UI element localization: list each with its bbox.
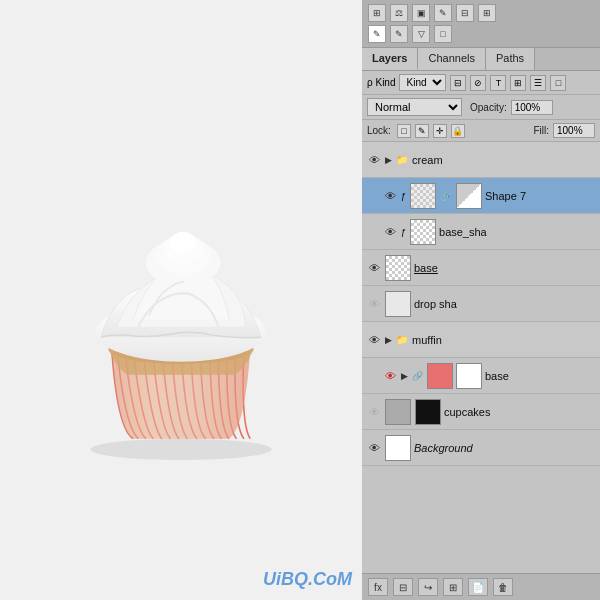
eye-shape7[interactable]: 👁 bbox=[382, 189, 398, 203]
bottom-delete-button[interactable]: 🗑 bbox=[493, 578, 513, 596]
bottom-adjust-button[interactable]: ↪ bbox=[418, 578, 438, 596]
svg-point-0 bbox=[90, 439, 271, 460]
fill-label: Fill: bbox=[533, 125, 549, 136]
folder-muffin-group: 📁 bbox=[396, 334, 408, 345]
eye-muffin-group[interactable]: 👁 bbox=[366, 333, 382, 347]
layer-name-base-sha: base_sha bbox=[439, 226, 596, 238]
tool-icon-pen[interactable]: ✎ bbox=[368, 25, 386, 43]
layer-name-background: Background bbox=[414, 442, 596, 454]
tool-icon-minus-circle[interactable]: ⊟ bbox=[456, 4, 474, 22]
tab-bar: Layers Channels Paths bbox=[362, 48, 600, 71]
tab-channels[interactable]: Channels bbox=[418, 48, 485, 70]
eye-base[interactable]: 👁 bbox=[366, 261, 382, 275]
layers-list: 👁 ▶ 📁 cream 👁 ƒ 🔗 Shape 7 👁 ƒ base_sha bbox=[362, 142, 600, 573]
bottom-group-button[interactable]: ⊞ bbox=[443, 578, 463, 596]
tool-icon-grid2[interactable]: ⊞ bbox=[478, 4, 496, 22]
tool-icon-square[interactable]: ▣ bbox=[412, 4, 430, 22]
arrow-cream-group: ▶ bbox=[385, 155, 392, 165]
layer-base-sha[interactable]: 👁 ƒ base_sha bbox=[362, 214, 600, 250]
filter-icon-menu[interactable]: ☰ bbox=[530, 75, 546, 91]
layer-muffin-group[interactable]: 👁 ▶ 📁 muffin bbox=[362, 322, 600, 358]
thumb-background bbox=[385, 435, 411, 461]
link-shape7: ƒ bbox=[401, 191, 406, 201]
layer-base2[interactable]: 👁 ▶ 🔗 base bbox=[362, 358, 600, 394]
folder-cream-group: 📁 bbox=[396, 154, 408, 165]
tool-icon-pencil[interactable]: ✎ bbox=[434, 4, 452, 22]
layer-drop-sha[interactable]: 👁 drop sha bbox=[362, 286, 600, 322]
thumb1-shape7 bbox=[410, 183, 436, 209]
layer-name-base2: base bbox=[485, 370, 596, 382]
tool-icon-grid[interactable]: ⊞ bbox=[368, 4, 386, 22]
layer-name-cupcakes: cupcakes bbox=[444, 406, 596, 418]
layer-name-muffin-group: muffin bbox=[412, 334, 596, 346]
layer-name-shape7: Shape 7 bbox=[485, 190, 596, 202]
thumb1-cupcakes bbox=[385, 399, 411, 425]
layer-background[interactable]: 👁 Background bbox=[362, 430, 600, 466]
bottom-new-layer-button[interactable]: 📄 bbox=[468, 578, 488, 596]
toolbar-row-1: ⊞ ⚖ ▣ ✎ ⊟ ⊞ bbox=[368, 4, 594, 22]
thumb2-shape7 bbox=[456, 183, 482, 209]
eye-background[interactable]: 👁 bbox=[366, 441, 382, 455]
layer-name-base: base bbox=[414, 262, 596, 274]
lock-label: Lock: bbox=[367, 125, 391, 136]
layer-name-drop-sha: drop sha bbox=[414, 298, 596, 310]
eye-base2[interactable]: 👁 bbox=[382, 369, 398, 383]
thumb1-base2 bbox=[427, 363, 453, 389]
toolbar-row-2: ✎ ✎ ▽ □ bbox=[368, 25, 594, 43]
filter-label: ρ Kind bbox=[367, 77, 395, 88]
arrow-muffin-group: ▶ bbox=[385, 335, 392, 345]
lock-icon-transparent[interactable]: □ bbox=[397, 124, 411, 138]
thumb2-base2 bbox=[456, 363, 482, 389]
bottom-fx-button[interactable]: fx bbox=[368, 578, 388, 596]
eye-base-sha[interactable]: 👁 bbox=[382, 225, 398, 239]
thumb-drop-sha bbox=[385, 291, 411, 317]
top-toolbar: ⊞ ⚖ ▣ ✎ ⊟ ⊞ ✎ ✎ ▽ □ bbox=[362, 0, 600, 48]
bottom-toolbar: fx ⊟ ↪ ⊞ 📄 🗑 bbox=[362, 573, 600, 600]
eye-drop-sha[interactable]: 👁 bbox=[366, 297, 382, 311]
filter-icon-square[interactable]: □ bbox=[550, 75, 566, 91]
layer-cream-group[interactable]: 👁 ▶ 📁 cream bbox=[362, 142, 600, 178]
filter-row: ρ Kind Kind ⊟ ⊘ T ⊞ ☰ □ bbox=[362, 71, 600, 95]
tool-icon-balance[interactable]: ⚖ bbox=[390, 4, 408, 22]
filter-icon-circle[interactable]: ⊘ bbox=[470, 75, 486, 91]
right-panel: ⊞ ⚖ ▣ ✎ ⊟ ⊞ ✎ ✎ ▽ □ Layers Channels Path… bbox=[362, 0, 600, 600]
filter-icon-grid[interactable]: ⊞ bbox=[510, 75, 526, 91]
arrow-base2: ▶ bbox=[401, 371, 408, 381]
lock-icon-lock[interactable]: 🔒 bbox=[451, 124, 465, 138]
chain-shape7: 🔗 bbox=[440, 190, 452, 201]
tab-paths[interactable]: Paths bbox=[486, 48, 535, 70]
layer-shape7[interactable]: 👁 ƒ 🔗 Shape 7 bbox=[362, 178, 600, 214]
svg-point-6 bbox=[170, 232, 196, 253]
tab-layers[interactable]: Layers bbox=[362, 48, 418, 70]
filter-icon-text[interactable]: T bbox=[490, 75, 506, 91]
layer-name-cream-group: cream bbox=[412, 154, 596, 166]
tool-icon-down[interactable]: □ bbox=[434, 25, 452, 43]
fill-input[interactable] bbox=[553, 123, 595, 138]
opacity-label: Opacity: bbox=[470, 102, 507, 113]
layer-cupcakes[interactable]: 👁 cupcakes bbox=[362, 394, 600, 430]
thumb-base bbox=[385, 255, 411, 281]
lock-icon-brush[interactable]: ✎ bbox=[415, 124, 429, 138]
filter-kind-select[interactable]: Kind bbox=[399, 74, 446, 91]
opacity-input[interactable] bbox=[511, 100, 553, 115]
tool-icon-mail[interactable]: ▽ bbox=[412, 25, 430, 43]
tool-icon-stamp[interactable]: ✎ bbox=[390, 25, 408, 43]
thumb-base-sha bbox=[410, 219, 436, 245]
link-base-sha: ƒ bbox=[401, 227, 406, 237]
eye-cream-group[interactable]: 👁 bbox=[366, 153, 382, 167]
eye-cupcakes[interactable]: 👁 bbox=[366, 405, 382, 419]
blend-mode-select[interactable]: Normal Multiply Screen bbox=[367, 98, 462, 116]
filter-icon-box[interactable]: ⊟ bbox=[450, 75, 466, 91]
blend-row: Normal Multiply Screen Opacity: bbox=[362, 95, 600, 120]
thumb2-cupcakes bbox=[415, 399, 441, 425]
lock-icon-move[interactable]: ✛ bbox=[433, 124, 447, 138]
canvas-area: UiBQ.CoM bbox=[0, 0, 362, 600]
link-base2: 🔗 bbox=[412, 371, 423, 381]
lock-row: Lock: □ ✎ ✛ 🔒 Fill: bbox=[362, 120, 600, 142]
layer-base[interactable]: 👁 base bbox=[362, 250, 600, 286]
watermark: UiBQ.CoM bbox=[263, 569, 352, 590]
cupcake-image bbox=[31, 140, 331, 460]
bottom-mask-button[interactable]: ⊟ bbox=[393, 578, 413, 596]
